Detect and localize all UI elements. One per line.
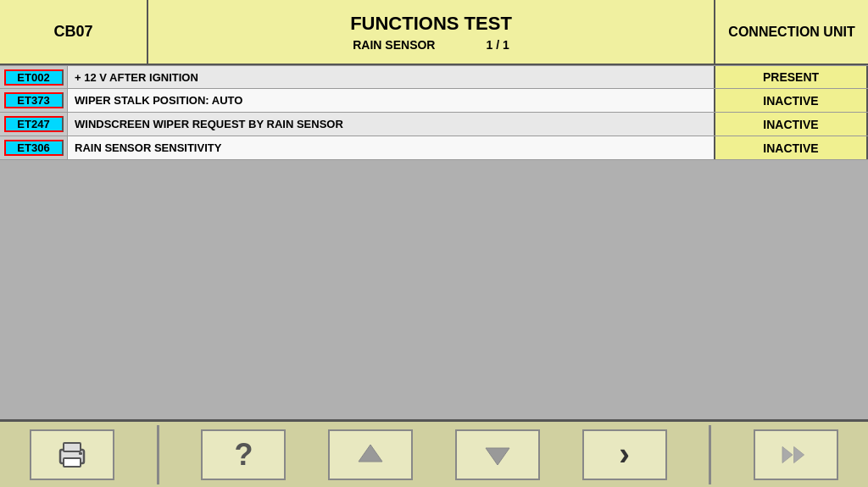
header-subtitle: RAIN SENSOR 1 / 1 — [148, 38, 714, 52]
header: CB07 FUNCTIONS TEST RAIN SENSOR 1 / 1 CO… — [0, 0, 868, 65]
scroll-up-button[interactable] — [328, 429, 413, 480]
svg-rect-2 — [64, 458, 81, 467]
svg-marker-4 — [359, 445, 382, 462]
data-table: ET002 + 12 V AFTER IGNITION PRESENT ET37… — [0, 65, 868, 160]
page-title: FUNCTIONS TEST — [350, 13, 512, 35]
cell-id-wrapper: ET373 — [0, 89, 68, 112]
cell-id-wrapper: ET247 — [0, 113, 68, 136]
header-center: FUNCTIONS TEST RAIN SENSOR 1 / 1 — [148, 0, 715, 64]
table-row: ET373 WIPER STALK POSITION: AUTO INACTIV… — [0, 89, 868, 113]
table-row: ET247 WINDSCREEN WIPER REQUEST BY RAIN S… — [0, 113, 868, 136]
subtitle-page: 1 / 1 — [486, 38, 509, 52]
cb-label-text: CB07 — [53, 23, 92, 41]
fast-forward-button[interactable] — [754, 429, 838, 480]
row-id[interactable]: ET306 — [4, 140, 64, 156]
table-row: ET306 RAIN SENSOR SENSITIVITY INACTIVE — [0, 136, 868, 160]
svg-rect-1 — [64, 443, 81, 451]
svg-marker-7 — [794, 446, 804, 462]
svg-marker-5 — [486, 448, 509, 465]
row-label: WIPER STALK POSITION: AUTO — [68, 89, 715, 112]
row-id[interactable]: ET373 — [4, 92, 64, 108]
row-status: PRESENT — [715, 66, 868, 88]
row-status: INACTIVE — [715, 113, 868, 136]
print-button[interactable] — [30, 429, 114, 480]
help-button[interactable]: ? — [201, 429, 286, 480]
row-id[interactable]: ET247 — [4, 116, 64, 132]
row-label: WINDSCREEN WIPER REQUEST BY RAIN SENSOR — [68, 113, 715, 136]
separator-2 — [709, 425, 711, 484]
main-area: ET002 + 12 V AFTER IGNITION PRESENT ET37… — [0, 65, 868, 455]
row-status: INACTIVE — [715, 136, 868, 159]
cell-id-wrapper: ET002 — [0, 66, 68, 88]
question-icon: ? — [234, 437, 253, 473]
row-label: + 12 V AFTER IGNITION — [68, 66, 715, 88]
connection-unit-label: CONNECTION UNIT — [715, 0, 868, 64]
subtitle-sensor: RAIN SENSOR — [353, 38, 435, 52]
svg-marker-6 — [782, 446, 793, 462]
scroll-down-button[interactable] — [455, 429, 540, 480]
next-icon: › — [619, 436, 630, 473]
svg-rect-3 — [79, 452, 82, 455]
table-row: ET002 + 12 V AFTER IGNITION PRESENT — [0, 65, 868, 89]
separator-1 — [157, 425, 159, 484]
cell-id-wrapper: ET306 — [0, 136, 68, 159]
row-label: RAIN SENSOR SENSITIVITY — [68, 136, 715, 159]
row-status: INACTIVE — [715, 89, 868, 112]
cb-label: CB07 — [0, 0, 148, 64]
row-id[interactable]: ET002 — [4, 69, 64, 86]
toolbar: ? › — [0, 419, 868, 487]
next-button[interactable]: › — [582, 429, 667, 480]
